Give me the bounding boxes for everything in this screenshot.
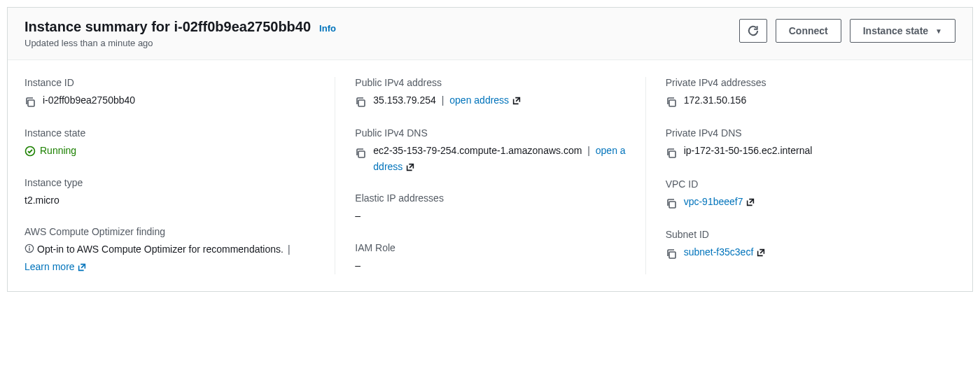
field-public-ip: Public IPv4 address 35.153.79.254 | open… — [355, 77, 625, 109]
page-title: Instance summary for i-02ff0b9ea2750bb40 — [24, 19, 311, 35]
field-optimizer: AWS Compute Optimizer finding Opt-in to … — [24, 226, 315, 274]
instance-type-label: Instance type — [24, 177, 315, 188]
vpc-id-value: vpc-91beeef7 — [684, 196, 743, 207]
refresh-button[interactable] — [739, 19, 767, 43]
external-link-icon — [746, 197, 755, 207]
public-dns-value: ec2-35-153-79-254.compute-1.amazonaws.co… — [373, 145, 582, 156]
field-instance-type: Instance type t2.micro — [24, 177, 315, 208]
separator: | — [442, 94, 444, 106]
column-3: Private IPv4 addresses 172.31.50.156 Pri… — [645, 77, 955, 274]
info-link[interactable]: Info — [319, 23, 336, 34]
optimizer-text: Opt-in to AWS Compute Optimizer for reco… — [37, 241, 284, 257]
eip-value: – — [355, 208, 360, 223]
private-ip-value: 172.31.50.156 — [684, 92, 747, 108]
field-subnet: Subnet ID subnet-f35c3ecf — [666, 229, 936, 261]
instance-state-button-label: Instance state — [863, 25, 928, 36]
field-vpc: VPC ID vpc-91beeef7 — [666, 178, 936, 211]
title-row: Instance summary for i-02ff0b9ea2750bb40… — [24, 19, 336, 35]
instance-state-button[interactable]: Instance state ▼ — [850, 19, 955, 43]
public-dns-row: ec2-35-153-79-254.compute-1.amazonaws.co… — [373, 143, 625, 174]
column-1: Instance ID i-02ff0b9ea2750bb40 Instance… — [24, 77, 335, 274]
copy-icon[interactable] — [666, 246, 677, 261]
panel-header: Instance summary for i-02ff0b9ea2750bb40… — [8, 8, 972, 60]
open-address-link[interactable]: open address — [449, 94, 522, 106]
column-2: Public IPv4 address 35.153.79.254 | open… — [335, 77, 645, 274]
updated-text: Updated less than a minute ago — [24, 38, 336, 48]
iam-value: – — [355, 258, 360, 273]
vpc-label: VPC ID — [666, 178, 936, 190]
panel-body: Instance ID i-02ff0b9ea2750bb40 Instance… — [8, 60, 972, 291]
instance-id-label: Instance ID — [24, 77, 315, 88]
check-circle-icon — [24, 146, 36, 157]
eip-label: Elastic IP addresses — [355, 192, 625, 204]
instance-state-value: Running — [40, 143, 76, 158]
copy-icon[interactable] — [24, 94, 36, 109]
header-actions: Connect Instance state ▼ — [739, 19, 955, 43]
chevron-down-icon: ▼ — [935, 27, 942, 35]
public-ip-row: 35.153.79.254 | open address — [373, 92, 522, 108]
learn-more-label: Learn more — [24, 261, 75, 272]
field-iam: IAM Role – — [355, 242, 625, 273]
copy-icon[interactable] — [355, 144, 366, 160]
instance-type-value: t2.micro — [24, 192, 59, 208]
vpc-link[interactable]: vpc-91beeef7 — [684, 194, 756, 209]
instance-summary-panel: Instance summary for i-02ff0b9ea2750bb40… — [7, 7, 973, 292]
private-dns-value: ip-172-31-50-156.ec2.internal — [684, 143, 813, 158]
status-badge: Running — [24, 143, 76, 158]
field-public-dns: Public IPv4 DNS ec2-35-153-79-254.comput… — [355, 127, 625, 174]
public-dns-label: Public IPv4 DNS — [355, 127, 625, 139]
subnet-label: Subnet ID — [666, 229, 936, 240]
refresh-icon — [747, 24, 760, 37]
private-dns-label: Private IPv4 DNS — [666, 127, 936, 139]
optimizer-label: AWS Compute Optimizer finding — [24, 226, 315, 237]
open-address-label: open address — [449, 94, 509, 106]
subnet-link[interactable]: subnet-f35c3ecf — [684, 244, 766, 260]
external-link-icon — [77, 262, 87, 272]
public-ip-label: Public IPv4 address — [355, 77, 625, 88]
external-link-icon — [405, 162, 415, 172]
external-link-icon — [512, 96, 522, 106]
field-instance-state: Instance state Running — [24, 127, 315, 158]
separator: | — [288, 241, 290, 257]
instance-state-label: Instance state — [24, 127, 315, 139]
connect-button[interactable]: Connect — [776, 19, 841, 43]
info-icon — [24, 244, 34, 253]
private-ip-label: Private IPv4 addresses — [666, 77, 936, 88]
learn-more-link[interactable]: Learn more — [24, 259, 87, 274]
subnet-id-value: subnet-f35c3ecf — [684, 246, 754, 258]
external-link-icon — [756, 248, 766, 258]
title-block: Instance summary for i-02ff0b9ea2750bb40… — [24, 19, 336, 48]
public-ip-value: 35.153.79.254 — [373, 94, 436, 106]
field-instance-id: Instance ID i-02ff0b9ea2750bb40 — [24, 77, 315, 109]
field-eip: Elastic IP addresses – — [355, 192, 625, 223]
connect-button-label: Connect — [789, 25, 828, 36]
copy-icon[interactable] — [666, 94, 677, 109]
field-private-dns: Private IPv4 DNS ip-172-31-50-156.ec2.in… — [666, 127, 936, 160]
copy-icon[interactable] — [666, 144, 677, 160]
copy-icon[interactable] — [355, 94, 366, 109]
instance-id-value: i-02ff0b9ea2750bb40 — [43, 92, 135, 108]
field-private-ip: Private IPv4 addresses 172.31.50.156 — [666, 77, 936, 109]
iam-label: IAM Role — [355, 242, 625, 253]
copy-icon[interactable] — [666, 195, 677, 211]
separator: | — [587, 145, 590, 156]
